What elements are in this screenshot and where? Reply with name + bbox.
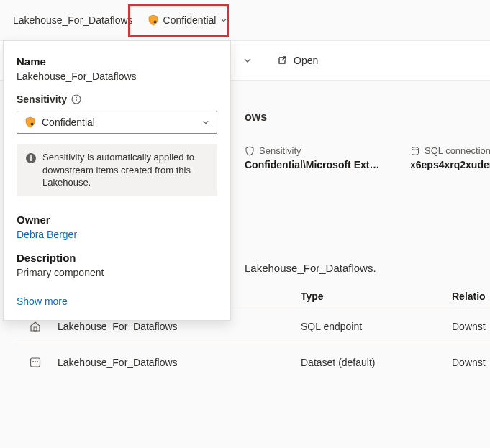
shield-icon (24, 116, 36, 128)
description-label: Description (17, 252, 217, 264)
info-icon (25, 152, 37, 164)
meta-sql-value: x6eps4xrq2xudenlfv (410, 159, 490, 170)
details-popover: Name Lakehouse_For_Dataflows Sensitivity… (3, 40, 231, 321)
sensitivity-dropdown[interactable]: Confidential (17, 111, 217, 134)
sensitivity-pill[interactable]: Confidential (140, 12, 235, 29)
info-icon[interactable] (71, 94, 81, 104)
meta-sensitivity-value: Confidential\Microsoft Ext… (245, 159, 360, 170)
svg-rect-3 (34, 327, 37, 331)
lineage-section: Lakehouse_For_Dataflows. (245, 244, 490, 285)
svg-point-2 (412, 147, 419, 150)
svg-point-5 (32, 361, 34, 362)
more-chevron-button[interactable] (237, 50, 258, 70)
sensitivity-dropdown-value: Confidential (42, 116, 95, 128)
svg-rect-4 (31, 358, 40, 367)
open-button[interactable]: Open (271, 50, 324, 70)
meta-sql-connection: SQL connection strin x6eps4xrq2xudenlfv (410, 145, 490, 170)
description-value: Primary component (17, 267, 217, 278)
chevron-down-icon (202, 119, 209, 126)
open-external-icon (276, 55, 288, 66)
column-type[interactable]: Type (301, 291, 452, 302)
svg-point-9 (76, 96, 77, 98)
svg-point-11 (31, 123, 34, 126)
meta-sensitivity: Sensitivity Confidential\Microsoft Ext… (245, 145, 360, 170)
row-name: Lakehouse_For_Dataflows (58, 321, 301, 332)
top-bar: Lakehouse_For_Dataflows Confidential (0, 0, 490, 40)
dataset-icon (29, 356, 42, 369)
details-section-title: ows (245, 93, 490, 141)
svg-rect-14 (30, 157, 32, 161)
sensitivity-label: Sensitivity (17, 93, 217, 105)
open-button-label: Open (294, 55, 318, 66)
name-value: Lakehouse_For_Dataflows (17, 70, 217, 82)
owner-link[interactable]: Debra Berger (17, 229, 77, 240)
row-relation: Downst (452, 321, 490, 332)
meta-sql-label: SQL connection strin (425, 145, 490, 156)
show-more-link[interactable]: Show more (17, 296, 68, 307)
column-relation[interactable]: Relatio (452, 291, 490, 302)
svg-rect-1 (154, 22, 155, 23)
svg-point-6 (35, 361, 36, 362)
shield-icon (148, 14, 159, 26)
table-row[interactable]: Lakehouse_For_Dataflows Dataset (default… (13, 344, 490, 380)
row-relation: Downst (452, 357, 490, 368)
row-type: Dataset (default) (301, 357, 452, 368)
database-icon (410, 146, 420, 156)
sensitivity-info-callout: Sensitivity is automatically applied to … (17, 144, 217, 196)
name-label: Name (17, 55, 217, 68)
details-panel: ows Sensitivity Confidential\Microsoft E… (245, 93, 490, 170)
chevron-down-icon (220, 17, 227, 24)
sensitivity-info-text: Sensitivity is automatically applied to … (42, 151, 209, 189)
sql-endpoint-icon (29, 320, 42, 333)
lineage-title: Lakehouse_For_Dataflows. (245, 244, 490, 285)
sensitivity-pill-label: Confidential (163, 14, 217, 26)
svg-point-7 (37, 361, 38, 362)
breadcrumb[interactable]: Lakehouse_For_Dataflows (7, 10, 139, 30)
owner-label: Owner (17, 214, 217, 226)
row-name: Lakehouse_For_Dataflows (58, 357, 301, 368)
meta-sensitivity-label: Sensitivity (259, 145, 301, 156)
row-type: SQL endpoint (301, 321, 452, 332)
svg-point-13 (30, 155, 32, 157)
shield-icon (245, 146, 255, 156)
svg-rect-10 (76, 99, 76, 101)
